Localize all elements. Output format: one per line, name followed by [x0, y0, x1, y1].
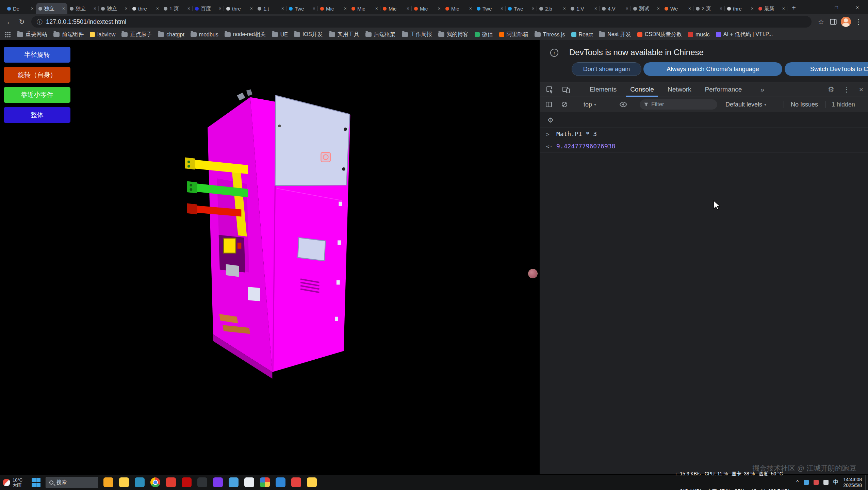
taskbar-weather[interactable]: 18°C 大雨	[0, 475, 27, 490]
taskbar-app[interactable]	[257, 475, 273, 490]
browser-tab[interactable]: 1.V ×	[568, 3, 600, 14]
tab-close-icon[interactable]: ×	[626, 6, 628, 11]
bookmark-item[interactable]: UE	[269, 31, 291, 39]
clear-console-icon[interactable]	[561, 97, 568, 112]
browser-tab[interactable]: 1.t ×	[255, 3, 286, 14]
tab-close-icon[interactable]: ×	[187, 6, 190, 11]
tab-close-icon[interactable]: ×	[501, 6, 503, 11]
tab-close-icon[interactable]: ×	[532, 6, 535, 11]
browser-tab[interactable]: 2.页 ×	[693, 3, 725, 14]
tab-close-icon[interactable]: ×	[94, 6, 96, 11]
console-settings-gear-icon[interactable]: ⚙	[547, 116, 554, 124]
taskbar-app[interactable]	[226, 475, 241, 490]
tab-close-icon[interactable]: ×	[657, 6, 660, 11]
tab-close-icon[interactable]: ×	[219, 6, 222, 11]
devtools-tab[interactable]: Elements	[583, 82, 623, 97]
context-selector[interactable]: top▾	[584, 97, 596, 112]
browser-tab[interactable]: We ×	[662, 3, 693, 14]
tab-close-icon[interactable]: ×	[250, 6, 253, 11]
profile-avatar[interactable]	[841, 17, 851, 27]
log-levels-selector[interactable]: Default levels▾	[725, 97, 766, 112]
bookmark-item[interactable]: 正点原子	[118, 30, 155, 39]
taskbar-app[interactable]	[132, 475, 147, 490]
taskbar-app[interactable]	[241, 475, 257, 490]
browser-tab[interactable]: 独立 ×	[99, 3, 130, 14]
taskbar-clock[interactable]: 14:43:08 2025/5/8	[844, 477, 866, 488]
tab-close-icon[interactable]: ×	[344, 6, 347, 11]
bookmark-item[interactable]: 前端组件	[50, 30, 87, 39]
filter-input[interactable]	[651, 101, 702, 108]
show-desktop-button[interactable]	[865, 475, 868, 490]
viewer-action-button[interactable]: 靠近小零件	[4, 87, 70, 103]
tab-close-icon[interactable]: ×	[407, 6, 409, 11]
tray-expand-icon[interactable]: ^	[796, 479, 799, 486]
switch-devtools-button[interactable]: Switch DevTools to Ch	[785, 62, 868, 76]
bookmark-item[interactable]: IOS开发	[291, 30, 326, 39]
browser-tab[interactable]: Mic ×	[349, 3, 380, 14]
tab-close-icon[interactable]: ×	[156, 6, 159, 11]
close-window-button[interactable]: ×	[847, 0, 868, 14]
viewer-action-button[interactable]: 半径旋转	[4, 47, 70, 63]
taskbar-search[interactable]: 搜索	[46, 477, 98, 488]
new-tab-button[interactable]: +	[789, 3, 799, 13]
match-language-button[interactable]: Always match Chrome's language	[643, 62, 782, 76]
devtools-menu-icon[interactable]: ⋮	[843, 85, 850, 94]
address-bar[interactable]: ⓘ 127.0.0.1:5501/indextest.html	[31, 16, 812, 28]
bookmark-item[interactable]: 微信	[472, 30, 496, 39]
taskbar-app[interactable]	[288, 475, 304, 490]
hidden-messages-count[interactable]: 1 hidden	[832, 97, 855, 112]
bookmark-item[interactable]: 后端框架	[362, 30, 399, 39]
console-filter[interactable]	[640, 99, 717, 110]
viewer-action-button[interactable]: 整体	[4, 107, 70, 123]
tray-volume-icon[interactable]	[823, 480, 829, 485]
browser-tab[interactable]: Twe ×	[286, 3, 318, 14]
browser-menu-icon[interactable]: ⋮	[852, 16, 865, 28]
tab-close-icon[interactable]: ×	[720, 6, 722, 11]
bookmark-item[interactable]: 我的博客	[435, 30, 472, 39]
bookmark-item[interactable]: Thress.js	[531, 31, 568, 39]
devtools-tab[interactable]: Network	[661, 82, 698, 97]
browser-tab[interactable]: Mic ×	[380, 3, 412, 14]
taskbar-app[interactable]	[273, 475, 288, 490]
bookmark-item[interactable]: modbus	[187, 31, 222, 39]
browser-tab[interactable]: De ×	[5, 3, 36, 14]
devtools-settings-icon[interactable]: ⚙	[828, 85, 834, 94]
browser-tab[interactable]: 独立 ×	[67, 3, 99, 14]
tray-security-icon[interactable]	[814, 480, 819, 485]
back-button[interactable]: ←	[3, 16, 16, 28]
side-panel-icon[interactable]	[827, 16, 839, 28]
tray-network-icon[interactable]	[804, 480, 809, 485]
issues-counter[interactable]: No Issues	[791, 97, 818, 112]
taskbar-app[interactable]	[194, 475, 210, 490]
browser-tab[interactable]: Mic ×	[318, 3, 349, 14]
bookmark-item[interactable]: 阿里邮箱	[496, 30, 531, 39]
reload-button[interactable]: ↻	[16, 16, 28, 28]
minimize-button[interactable]: —	[805, 0, 826, 14]
bookmark-item[interactable]: chatgpt	[155, 31, 187, 39]
tab-close-icon[interactable]: ×	[469, 6, 472, 11]
taskbar-app[interactable]	[304, 475, 320, 490]
browser-tab[interactable]: thre ×	[130, 3, 161, 14]
tab-close-icon[interactable]: ×	[125, 6, 128, 11]
input-language-indicator[interactable]: 中	[833, 479, 839, 486]
tab-close-icon[interactable]: ×	[375, 6, 378, 11]
bookmark-item[interactable]: CSDN质量分数	[634, 30, 685, 39]
browser-tab[interactable]: 1.页 ×	[161, 3, 193, 14]
browser-tab[interactable]: Twe ×	[474, 3, 506, 14]
browser-tab[interactable]: 百度 ×	[193, 3, 224, 14]
taskbar-app[interactable]	[179, 475, 194, 490]
devtools-tab[interactable]: Console	[623, 82, 661, 97]
taskbar-app[interactable]	[100, 475, 116, 490]
site-info-icon[interactable]: ⓘ	[37, 18, 43, 26]
bookmark-item[interactable]: 工作周报	[399, 30, 435, 39]
apps-grid-icon[interactable]	[5, 32, 11, 37]
tab-close-icon[interactable]: ×	[563, 6, 566, 11]
dont-show-again-button[interactable]: Don't show again	[572, 62, 641, 76]
bookmark-item[interactable]: 实用工具	[326, 30, 362, 39]
floating-badge[interactable]	[528, 269, 538, 278]
taskbar-app[interactable]	[116, 475, 132, 490]
tab-close-icon[interactable]: ×	[313, 6, 315, 11]
bookmark-item[interactable]: Nest 开发	[596, 30, 634, 39]
tab-close-icon[interactable]: ×	[751, 6, 754, 11]
viewer-action-button[interactable]: 旋转（自身）	[4, 67, 70, 83]
